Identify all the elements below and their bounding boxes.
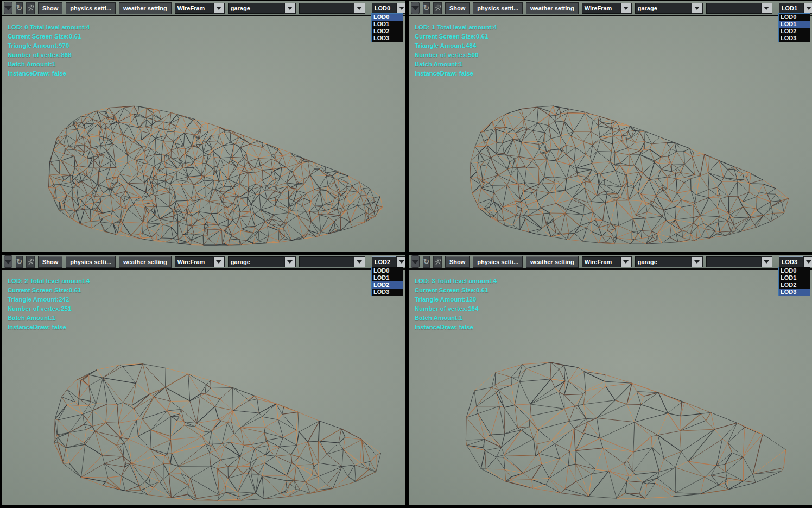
extra-value[interactable] [706,256,761,267]
render-mode-dropdown[interactable]: WireFram [582,256,632,267]
running-figure-icon [434,4,441,12]
scene-arrow-button[interactable] [692,3,703,14]
lod-option[interactable]: LOD3 [779,35,810,42]
lod-arrow-button[interactable] [396,3,405,14]
extra-value[interactable] [706,3,761,14]
lod-dropdown-input[interactable]: LOD2 [372,256,396,267]
lod-option[interactable]: LOD3 [372,35,403,42]
render-mode-value[interactable]: WireFram [175,256,213,267]
gizmo-menu-button[interactable] [411,255,420,268]
extra-dropdown[interactable] [299,3,365,14]
lod-dropdown-input[interactable]: LOD1 [779,3,803,14]
extra-dropdown[interactable] [299,256,365,267]
render-mode-dropdown[interactable]: WireFram [175,256,225,267]
lod-arrow-button[interactable] [803,256,812,267]
lod-arrow-button[interactable] [803,3,812,14]
chevron-down-icon [357,260,362,264]
character-button[interactable] [433,256,442,268]
show-button[interactable]: Show [445,256,470,268]
extra-arrow-button[interactable] [354,3,365,14]
gizmo-menu-button[interactable] [4,2,12,14]
lod-dropdown[interactable]: LOD2 [372,256,405,267]
viewport-3d[interactable]: LOD: 1 Total level amount:4 Current Scre… [409,16,812,252]
physics-settings-button[interactable]: physics setti... [473,2,523,14]
extra-arrow-button[interactable] [761,3,772,14]
lod-dropdown[interactable]: LOD1 [779,3,812,14]
lod-option[interactable]: LOD3 [779,289,810,296]
physics-settings-button[interactable]: physics setti... [66,2,116,14]
text-caret [798,259,798,265]
render-mode-dropdown[interactable]: WireFram [175,3,225,14]
lod-option[interactable]: LOD1 [372,21,403,28]
gizmo-menu-button[interactable] [4,255,12,268]
stat-vertex-count: Number of vertex:868 [8,52,90,59]
render-mode-arrow-button[interactable] [213,256,225,267]
viewport-3d[interactable]: LOD: 0 Total level amount:4 Current Scre… [2,16,405,252]
lod-option[interactable]: LOD0 [779,14,810,21]
refresh-button[interactable]: ↻ [423,2,430,14]
refresh-button[interactable]: ↻ [16,256,23,268]
lod-option[interactable]: LOD1 [779,21,810,28]
weather-settings-button[interactable]: weather setting [119,256,172,268]
lod-option[interactable]: LOD2 [372,281,403,289]
chevron-down-icon [216,260,221,264]
weather-settings-button[interactable]: weather setting [526,256,579,268]
character-button[interactable] [26,2,35,14]
scene-dropdown[interactable]: garage [635,3,703,14]
weather-settings-button[interactable]: weather setting [526,2,579,14]
lod-dropdown[interactable]: LOD0 [372,3,405,14]
lod-option[interactable]: LOD2 [779,281,810,289]
scene-value[interactable]: garage [228,3,284,14]
scene-dropdown[interactable]: garage [635,256,703,267]
physics-settings-button[interactable]: physics setti... [473,256,523,268]
render-mode-dropdown[interactable]: WireFram [582,3,632,14]
lod-option[interactable]: LOD0 [779,267,810,274]
lod-option[interactable]: LOD1 [372,274,403,281]
render-mode-arrow-button[interactable] [620,256,632,267]
lod-option[interactable]: LOD3 [372,289,403,296]
scene-dropdown[interactable]: garage [228,256,296,267]
lod-arrow-button[interactable] [396,256,405,267]
render-mode-value[interactable]: WireFram [175,3,213,14]
extra-arrow-button[interactable] [761,256,772,267]
scene-arrow-button[interactable] [284,3,296,14]
viewport-3d[interactable]: LOD: 2 Total level amount:4 Current Scre… [2,270,405,505]
render-mode-arrow-button[interactable] [213,3,225,14]
refresh-button[interactable]: ↻ [423,256,430,268]
show-button[interactable]: Show [445,2,470,14]
scene-arrow-button[interactable] [692,256,703,267]
show-button[interactable]: Show [38,2,62,14]
scene-arrow-button[interactable] [284,256,296,267]
scene-value[interactable]: garage [635,3,692,14]
physics-settings-button[interactable]: physics setti... [66,256,116,268]
lod-option[interactable]: LOD1 [779,274,810,281]
running-figure-icon [434,258,441,266]
scene-dropdown[interactable]: garage [228,3,296,14]
stats-panel: LOD: 2 Total level amount:4 Current Scre… [8,278,90,333]
lod-option[interactable]: LOD0 [372,267,403,274]
lod-dropdown[interactable]: LOD3 [779,256,812,267]
viewport-3d[interactable]: LOD: 3 Total level amount:4 Current Scre… [409,270,812,505]
render-mode-value[interactable]: WireFram [582,256,620,267]
lod-option[interactable]: LOD2 [372,28,403,35]
scene-value[interactable]: garage [635,256,692,267]
lod-option[interactable]: LOD2 [779,28,810,35]
extra-value[interactable] [299,256,354,267]
extra-value[interactable] [299,3,354,14]
refresh-icon: ↻ [16,258,22,266]
gizmo-menu-button[interactable] [411,2,420,14]
lod-option[interactable]: LOD0 [372,14,403,21]
extra-dropdown[interactable] [706,3,772,14]
show-button[interactable]: Show [38,256,62,268]
lod-dropdown-input[interactable]: LOD0 [372,3,396,14]
character-button[interactable] [433,2,442,14]
extra-dropdown[interactable] [706,256,772,267]
refresh-button[interactable]: ↻ [16,2,23,14]
scene-value[interactable]: garage [228,256,284,267]
extra-arrow-button[interactable] [354,256,365,267]
weather-settings-button[interactable]: weather setting [119,2,172,14]
character-button[interactable] [26,256,35,268]
lod-dropdown-input[interactable]: LOD3 [779,256,803,267]
render-mode-value[interactable]: WireFram [582,3,620,14]
render-mode-arrow-button[interactable] [620,3,632,14]
